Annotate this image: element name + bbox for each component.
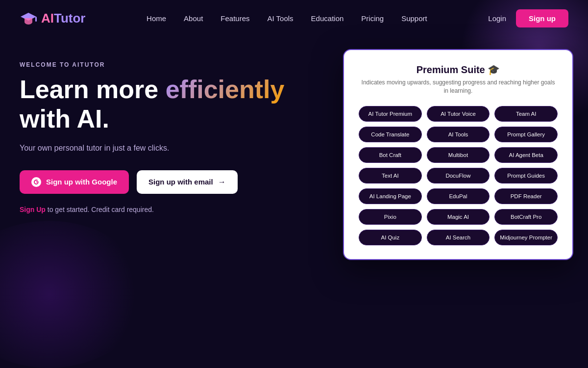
nav-support[interactable]: Support bbox=[401, 14, 427, 23]
google-icon bbox=[31, 177, 41, 187]
headline-highlight: efficiently bbox=[166, 75, 285, 104]
nav-about[interactable]: About bbox=[184, 14, 203, 23]
hero-section: WELCOME TO AITUTOR Learn more efficientl… bbox=[0, 37, 588, 213]
hero-headline: Learn more efficiently with AI. bbox=[20, 75, 294, 134]
nav-education[interactable]: Education bbox=[311, 14, 344, 23]
nav-features[interactable]: Features bbox=[220, 14, 249, 23]
footer-signup-link[interactable]: Sign Up bbox=[20, 206, 46, 213]
login-button[interactable]: Login bbox=[488, 14, 506, 23]
navbar: AITutor Home About Features AI Tools Edu… bbox=[0, 0, 588, 37]
hero-subtext: Your own personal tutor in just a few cl… bbox=[20, 144, 294, 153]
svg-rect-1 bbox=[35, 17, 37, 22]
arrow-icon: → bbox=[218, 178, 226, 186]
google-btn-label: Sign up with Google bbox=[46, 178, 117, 186]
welcome-tag: WELCOME TO AITUTOR bbox=[20, 61, 294, 68]
email-signup-button[interactable]: Sign up with email → bbox=[137, 170, 238, 194]
footer-note: Sign Up to get started. Credit card requ… bbox=[20, 206, 294, 213]
nav-links: Home About Features AI Tools Education P… bbox=[147, 14, 427, 23]
nav-actions: Login Sign up bbox=[488, 9, 568, 27]
nav-ai-tools[interactable]: AI Tools bbox=[268, 14, 294, 23]
headline-part1: Learn more bbox=[20, 75, 166, 104]
feature-pill: Midjourney Prompter bbox=[494, 230, 558, 245]
signup-button[interactable]: Sign up bbox=[516, 9, 568, 27]
email-btn-label: Sign up with email bbox=[148, 178, 213, 186]
logo[interactable]: AITutor bbox=[20, 10, 86, 27]
logo-text: AITutor bbox=[41, 11, 86, 26]
nav-home[interactable]: Home bbox=[147, 14, 166, 23]
feature-pill: AI Quiz bbox=[359, 230, 422, 245]
cta-buttons: Sign up with Google Sign up with email → bbox=[20, 170, 294, 194]
hero-left: WELCOME TO AITUTOR Learn more efficientl… bbox=[20, 52, 294, 213]
feature-pill: AI Search bbox=[427, 230, 490, 245]
logo-icon bbox=[20, 10, 37, 27]
headline-part2: with AI. bbox=[20, 105, 109, 133]
google-signup-button[interactable]: Sign up with Google bbox=[20, 170, 129, 194]
footer-note-text: to get started. Credit card required. bbox=[46, 206, 154, 213]
bg-decoration-2 bbox=[0, 221, 147, 368]
nav-pricing[interactable]: Pricing bbox=[361, 14, 384, 23]
